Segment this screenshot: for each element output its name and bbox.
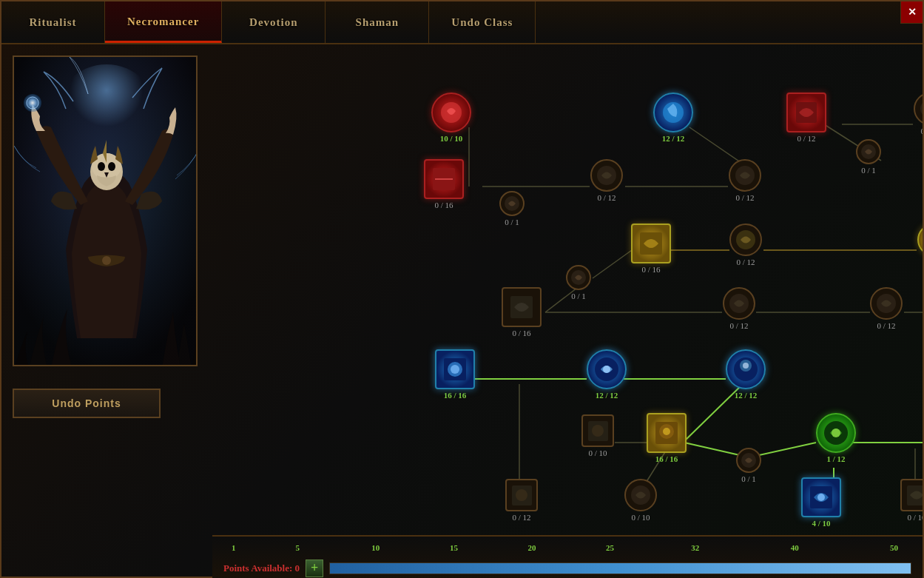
skill-node-r2c2[interactable]: 0 / 1 — [499, 191, 525, 226]
svg-point-5 — [108, 162, 115, 171]
skill-node-r3c2[interactable]: 0 / 16 — [631, 224, 671, 274]
level-marker-10: 10 — [371, 543, 380, 552]
skill-node-r7c3[interactable]: 4 / 10 — [801, 477, 841, 528]
skill-icon-r5c3 — [726, 349, 766, 389]
svg-point-68 — [592, 425, 604, 437]
tab-undo-class[interactable]: Undo Class — [429, 1, 536, 43]
skill-node-r6c2b[interactable]: 0 / 1 — [736, 448, 761, 483]
skill-icon-r7c2 — [624, 479, 657, 511]
skill-node-r7c4[interactable]: 0 / 10 — [900, 479, 923, 522]
tab-necromancer[interactable]: Necromancer — [105, 1, 222, 43]
skill-label-r5c3: 12 / 12 — [735, 391, 758, 400]
svg-point-4 — [98, 162, 105, 171]
skill-icon-r7c1 — [505, 479, 538, 511]
skill-node-r1c4b[interactable]: 0 / 1 — [856, 139, 881, 175]
add-points-button[interactable]: + — [306, 559, 323, 577]
level-marker-15: 15 — [450, 543, 458, 552]
skill-label-r6c2: 16 / 16 — [655, 454, 678, 463]
level-marker-32: 32 — [691, 543, 699, 552]
skill-icon-r7c4 — [900, 479, 923, 511]
skill-label-r7c3: 4 / 10 — [812, 519, 830, 528]
svg-point-61 — [451, 365, 459, 374]
svg-point-79 — [516, 489, 527, 501]
skill-node-r6c3[interactable]: 1 / 12 — [816, 413, 856, 463]
skill-node-r7c2[interactable]: 0 / 10 — [624, 479, 657, 522]
skill-icon-r6c1 — [581, 414, 614, 447]
svg-point-63 — [603, 366, 610, 373]
skill-node-r3c5[interactable]: 0 / 12 — [917, 224, 923, 266]
skill-label-r2c4: 0 / 12 — [735, 193, 754, 202]
skill-icon-r2c3 — [590, 159, 623, 192]
devotion-label: Devotion — [249, 16, 298, 29]
skill-label-r3c3: 0 / 1 — [571, 292, 586, 300]
shaman-label: Shaman — [356, 16, 399, 29]
xp-bar-fill — [330, 563, 911, 574]
close-button[interactable]: ✕ — [900, 1, 923, 24]
skill-label-r5c2: 12 / 12 — [596, 391, 618, 400]
skill-icon-r1c3 — [786, 93, 826, 132]
skill-node-r6c2[interactable]: 16 / 16 — [647, 413, 687, 463]
level-marker-5: 5 — [295, 543, 300, 552]
skill-node-r5c2[interactable]: 12 / 12 — [587, 349, 627, 400]
skill-node-r4c1[interactable]: 0 / 16 — [502, 287, 542, 337]
tab-devotion[interactable]: Devotion — [222, 1, 326, 43]
skill-label-r3c4: 0 / 12 — [736, 258, 755, 266]
skill-node-r2c1[interactable]: 0 / 16 — [424, 159, 464, 209]
skill-tree-canvas: 10 / 10 12 / 12 — [212, 44, 923, 535]
tab-ritualist[interactable]: Ritualist — [1, 1, 105, 43]
skill-icon-r5c2 — [587, 349, 627, 389]
skill-label-r4c3: 0 / 12 — [877, 321, 895, 330]
skill-label-r7c4: 0 / 10 — [907, 513, 923, 522]
skill-node-r5c1[interactable]: 16 / 16 — [435, 349, 475, 400]
xp-bar-container — [329, 562, 911, 574]
skill-node-r3c3[interactable]: 0 / 1 — [566, 265, 591, 300]
skill-icon-r2c1 — [424, 159, 464, 199]
skill-label-r4c1: 0 / 16 — [512, 329, 530, 337]
skill-icon-r2c4 — [729, 159, 761, 192]
skill-label-r5c1: 16 / 16 — [444, 391, 467, 400]
skill-node-r1c3[interactable]: 0 / 12 — [786, 93, 826, 143]
top-navigation: Ritualist Necromancer Devotion Shaman Un… — [1, 1, 923, 44]
skill-node-r7c1[interactable]: 0 / 12 — [505, 479, 538, 522]
skill-label-r1c4: 0 / 12 — [920, 127, 923, 135]
svg-point-71 — [663, 428, 670, 435]
skill-label-r1c3: 0 / 12 — [797, 134, 815, 143]
skill-node-r5c3[interactable]: 12 / 12 — [726, 349, 766, 400]
skill-icon-r3c2 — [631, 224, 671, 263]
skill-node-r1c1[interactable]: 10 / 10 — [431, 93, 471, 143]
skill-node-r2c4[interactable]: 0 / 12 — [729, 159, 761, 202]
svg-point-82 — [817, 494, 825, 501]
skill-label-r2c3: 0 / 12 — [597, 193, 616, 202]
necromancer-label: Necromancer — [127, 16, 199, 28]
progress-bar-row: Points Available: 0 + — [212, 555, 923, 578]
skill-icon-r4c2 — [723, 287, 755, 320]
character-svg — [14, 57, 198, 366]
level-marker-1: 1 — [232, 543, 236, 552]
skill-tree-area: 10 / 10 12 / 12 — [212, 44, 923, 578]
undo-points-button[interactable]: Undo Points — [13, 389, 161, 418]
svg-line-23 — [593, 250, 632, 278]
skill-label-r7c2: 0 / 10 — [631, 513, 650, 522]
skill-icon-r1c4 — [914, 93, 923, 125]
skill-node-r4c3[interactable]: 0 / 12 — [870, 287, 903, 330]
skill-icon-r2c2 — [499, 191, 525, 216]
skill-icon-r6c2b — [736, 448, 761, 473]
points-available-label: Points Available: 0 — [223, 562, 300, 574]
level-marker-25: 25 — [606, 543, 614, 552]
level-markers: 1 5 10 15 20 25 32 40 50 — [212, 537, 923, 555]
skill-node-r4c2[interactable]: 0 / 12 — [723, 287, 755, 330]
skill-icon-r6c3 — [816, 413, 856, 453]
skill-node-r1c4[interactable]: 0 / 12 — [914, 93, 923, 135]
skill-icon-r1c1 — [431, 93, 471, 132]
skill-node-r6c1[interactable]: 0 / 10 — [581, 414, 614, 457]
level-marker-40: 40 — [791, 543, 799, 552]
content-area: Undo Points — [1, 44, 923, 578]
skill-node-r1c2[interactable]: 12 / 12 — [653, 93, 693, 143]
left-panel: Undo Points — [1, 44, 212, 578]
skill-label-r7c1: 0 / 12 — [512, 513, 530, 522]
tab-shaman[interactable]: Shaman — [326, 1, 429, 43]
skill-node-r2c3[interactable]: 0 / 12 — [590, 159, 623, 202]
skill-label-r3c2: 0 / 16 — [641, 265, 660, 274]
skill-node-r3c4[interactable]: 0 / 12 — [729, 224, 762, 266]
skill-icon-r4c3 — [870, 287, 903, 320]
